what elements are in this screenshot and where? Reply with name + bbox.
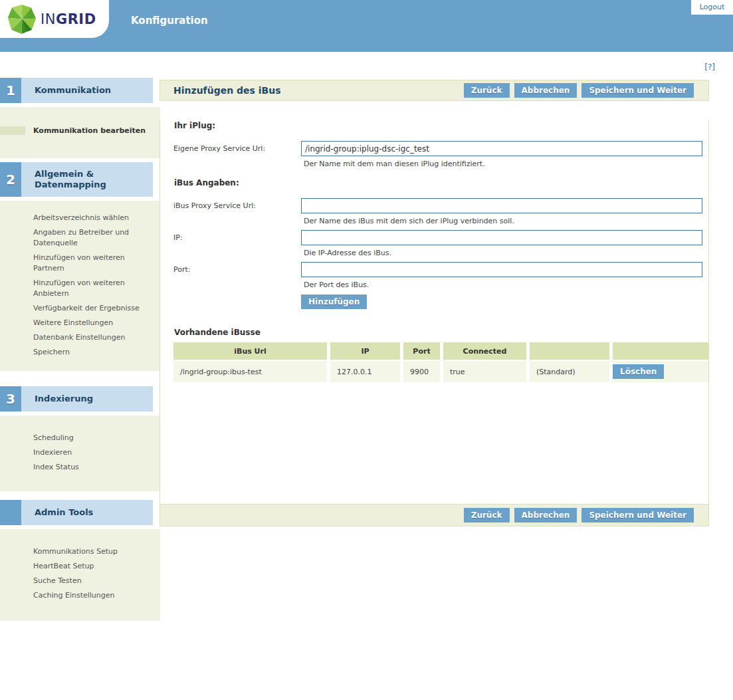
column-header-empty-2	[613, 342, 708, 360]
logo-text-prefix: IN	[41, 11, 56, 27]
section-number-badge	[0, 500, 21, 525]
logo-wordmark: INGRID	[41, 11, 96, 27]
sidebar-section-allgemein-datenmapping[interactable]: 2 Allgemein & Datenmapping	[0, 162, 153, 197]
sidebar-item-indexieren[interactable]: Indexieren	[33, 447, 153, 458]
cell-ibus-url: /ingrid-group:ibus-test	[173, 361, 327, 382]
subnav-kommunikation: Kommunikation bearbeiten	[0, 107, 160, 158]
page-title: Konfiguration	[131, 15, 208, 27]
save-and-next-button-bottom[interactable]: Speichern und Weiter	[581, 508, 694, 523]
field-main: Die IP-Adresse des iBus.	[301, 230, 702, 258]
sidebar-item-angaben-betreiber[interactable]: Angaben zu Betreiber und Datenquelle	[33, 227, 153, 249]
sidebar-item-verfuegbarkeit[interactable]: Verfügbarkeit der Ergebnisse	[33, 303, 153, 314]
sidebar-section-admin-tools[interactable]: Admin Tools	[0, 500, 153, 525]
sidebar-item-kommunikation-bearbeiten[interactable]: Kommunikation bearbeiten	[33, 126, 153, 136]
section-title: Admin Tools	[21, 500, 153, 525]
ip-label: IP:	[173, 230, 301, 258]
logo-box: INGRID	[0, 0, 109, 38]
field-main: Der Port des iBus.	[301, 262, 702, 290]
iplug-section-heading: Ihr iPlug:	[174, 121, 708, 130]
ibus-proxy-url-label: iBus Proxy Service Url:	[173, 198, 301, 226]
sidebar-item-arbeitsverzeichnis[interactable]: Arbeitsverzeichnis wählen	[33, 213, 153, 223]
delete-ibus-button[interactable]: Löschen	[613, 364, 664, 379]
logo-text-suffix: GRID	[56, 11, 96, 27]
cell-actions: Löschen	[613, 361, 708, 382]
sidebar-item-datenbank-einstellungen[interactable]: Datenbank Einstellungen	[33, 332, 153, 343]
ip-help: Die IP-Adresse des iBus.	[304, 248, 702, 258]
ip-input[interactable]	[301, 230, 702, 245]
logout-button[interactable]: Logout	[691, 0, 733, 15]
panel-titlebar: Hinzufügen des iBus Zurück Abbrechen Spe…	[159, 80, 709, 101]
field-row-port: Port: Der Port des iBus.	[173, 262, 708, 290]
page: { "header": { "logo_prefix": "IN", "logo…	[0, 0, 733, 700]
header-bar: INGRID Konfiguration Logout	[0, 0, 733, 52]
field-row-ip: IP: Die IP-Adresse des iBus.	[173, 230, 708, 258]
panel-body: Ihr iPlug: Eigene Proxy Service Url: Der…	[159, 121, 709, 504]
sidebar-item-caching-einstellungen[interactable]: Caching Einstellungen	[33, 590, 153, 601]
cell-standard: (Standard)	[530, 361, 609, 382]
column-header-connected: Connected	[443, 342, 526, 360]
section-number-badge: 2	[0, 162, 21, 197]
sidebar-item-kommunikations-setup[interactable]: Kommunikations Setup	[33, 546, 153, 557]
eigene-proxy-url-label: Eigene Proxy Service Url:	[173, 141, 301, 169]
help-link[interactable]: [?]	[704, 62, 715, 72]
sidebar-section-indexierung[interactable]: 3 Indexierung	[0, 386, 153, 411]
sidebar-item-speichern[interactable]: Speichern	[33, 347, 153, 358]
port-label: Port:	[173, 262, 301, 290]
column-header-ibus-url: iBus Url	[173, 342, 327, 360]
sidebar-nav: 1 Kommunikation Kommunikation bearbeiten…	[0, 78, 160, 621]
ibus-section-heading: iBus Angaben:	[174, 178, 708, 187]
main-panel: Hinzufügen des iBus Zurück Abbrechen Spe…	[159, 80, 709, 526]
panel-title: Hinzufügen des iBus	[160, 85, 464, 96]
cell-ip: 127.0.0.1	[330, 361, 400, 382]
add-button-wrap: Hinzufügen	[301, 294, 708, 309]
eigene-proxy-url-input[interactable]	[301, 141, 702, 156]
column-header-ip: IP	[330, 342, 400, 360]
ibus-proxy-url-input[interactable]	[301, 198, 702, 213]
section-title: Kommunikation	[21, 78, 153, 103]
subnav-allgemein: Arbeitsverzeichnis wählen Angaben zu Bet…	[0, 201, 160, 371]
column-header-empty-1	[530, 342, 609, 360]
cancel-button-bottom[interactable]: Abbrechen	[514, 508, 577, 523]
add-ibus-button[interactable]: Hinzufügen	[301, 294, 367, 309]
section-number-badge: 3	[0, 386, 21, 411]
cell-connected: true	[443, 361, 526, 382]
sidebar-item-suche-testen[interactable]: Suche Testen	[33, 576, 153, 586]
field-main: Der Name mit dem man diesen iPlug identi…	[301, 141, 702, 169]
existing-ibusse-heading: Vorhandene iBusse	[174, 328, 708, 337]
cell-port: 9900	[403, 361, 440, 382]
port-input[interactable]	[301, 262, 702, 277]
cancel-button[interactable]: Abbrechen	[514, 83, 577, 98]
titlebar-button-row: Zurück Abbrechen Speichern und Weiter	[464, 83, 708, 98]
section-number-badge: 1	[0, 78, 21, 103]
subnav-admin-tools: Kommunikations Setup HeartBeat Setup Suc…	[0, 529, 160, 621]
subnav-indexierung: Scheduling Indexieren Index Status	[0, 415, 160, 491]
ibus-table: iBus Url IP Port Connected /ingrid-group…	[173, 342, 708, 382]
sidebar-item-scheduling[interactable]: Scheduling	[33, 433, 153, 443]
ibus-proxy-url-help: Der Name des iBus mit dem sich der iPlug…	[304, 216, 702, 226]
sidebar-item-weitere-anbieter[interactable]: Hinzufügen von weiteren Anbietern	[33, 278, 153, 299]
section-title: Indexierung	[21, 386, 153, 411]
sidebar-item-weitere-partner[interactable]: Hinzufügen von weiteren Partnern	[33, 253, 153, 274]
back-button-bottom[interactable]: Zurück	[464, 508, 510, 523]
sidebar-item-heartbeat-setup[interactable]: HeartBeat Setup	[33, 561, 153, 572]
field-main: Der Name des iBus mit dem sich der iPlug…	[301, 198, 702, 226]
sidebar-section-kommunikation[interactable]: 1 Kommunikation	[0, 78, 153, 103]
sidebar-item-index-status[interactable]: Index Status	[33, 462, 153, 473]
panel-bottombar: Zurück Abbrechen Speichern und Weiter	[159, 504, 709, 526]
field-row-eigene-proxy-url: Eigene Proxy Service Url: Der Name mit d…	[173, 141, 708, 169]
field-row-ibus-proxy-url: iBus Proxy Service Url: Der Name des iBu…	[173, 198, 708, 226]
ingrid-logo-gem-icon	[7, 4, 37, 35]
save-and-next-button[interactable]: Speichern und Weiter	[581, 83, 694, 98]
sidebar-item-weitere-einstellungen[interactable]: Weitere Einstellungen	[33, 318, 153, 328]
column-header-port: Port	[403, 342, 440, 360]
port-help: Der Port des iBus.	[304, 280, 702, 290]
section-title: Allgemein & Datenmapping	[21, 162, 153, 197]
back-button[interactable]: Zurück	[464, 83, 510, 98]
eigene-proxy-url-help: Der Name mit dem man diesen iPlug identi…	[304, 159, 702, 169]
